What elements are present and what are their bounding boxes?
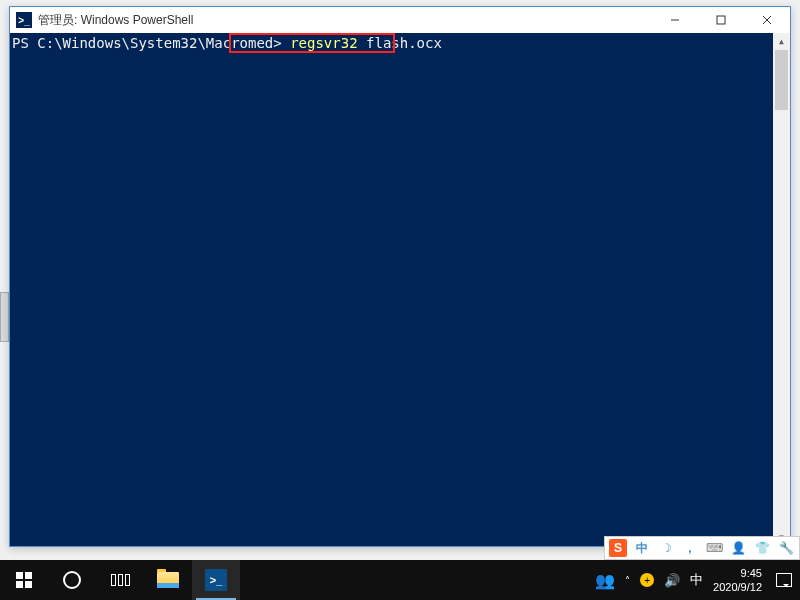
vertical-scrollbar[interactable]: ▲ ▼ — [773, 33, 790, 546]
ime-skin-icon[interactable]: 👕 — [753, 539, 771, 557]
task-view-button[interactable] — [96, 560, 144, 600]
ime-sogou-icon[interactable]: S — [609, 539, 627, 557]
titlebar[interactable]: >_ 管理员: Windows PowerShell — [10, 7, 790, 33]
window-controls — [652, 7, 790, 33]
file-explorer-taskbar-button[interactable] — [144, 560, 192, 600]
svg-rect-4 — [16, 572, 23, 579]
scroll-track[interactable] — [773, 50, 790, 529]
command-arg: flash.ocx — [366, 35, 442, 51]
ime-language-toggle[interactable]: 中 — [633, 539, 651, 557]
window-title: 管理员: Windows PowerShell — [38, 12, 652, 29]
scroll-up-arrow[interactable]: ▲ — [773, 33, 790, 50]
powershell-icon: >_ — [16, 12, 32, 28]
ime-settings-icon[interactable]: 🔧 — [777, 539, 795, 557]
svg-rect-6 — [16, 581, 23, 588]
system-tray: 👥 ˄ + 🔊 中 9:45 2020/9/12 — [595, 566, 800, 594]
minimize-button[interactable] — [652, 7, 698, 33]
file-explorer-icon — [157, 572, 179, 588]
ime-moon-icon[interactable]: ☽ — [657, 539, 675, 557]
clock-date: 2020/9/12 — [713, 580, 762, 594]
taskbar-left: >_ — [0, 560, 240, 600]
command-name: regsvr32 — [290, 35, 357, 51]
ime-user-icon[interactable]: 👤 — [729, 539, 747, 557]
cortana-button[interactable] — [48, 560, 96, 600]
scroll-thumb[interactable] — [775, 50, 788, 110]
ime-toolbar[interactable]: S 中 ☽ ， ⌨ 👤 👕 🔧 — [604, 536, 800, 560]
svg-rect-7 — [25, 581, 32, 588]
minimize-icon — [670, 15, 680, 25]
taskbar: >_ 👥 ˄ + 🔊 中 9:45 2020/9/12 — [0, 560, 800, 600]
ime-keyboard-icon[interactable]: ⌨ — [705, 539, 723, 557]
start-button[interactable] — [0, 560, 48, 600]
maximize-icon — [716, 15, 726, 25]
action-center-icon[interactable] — [776, 573, 792, 587]
prompt-text: PS C:\Windows\System32\Macromed> — [12, 35, 282, 51]
windows-logo-icon — [16, 572, 32, 588]
task-view-icon — [111, 574, 130, 586]
ime-punctuation-toggle[interactable]: ， — [681, 539, 699, 557]
left-edge-tab[interactable] — [0, 292, 9, 342]
cortana-circle-icon — [63, 571, 81, 589]
powershell-taskbar-icon: >_ — [205, 569, 227, 591]
people-icon[interactable]: 👥 — [595, 571, 615, 590]
svg-rect-5 — [25, 572, 32, 579]
tray-overflow-chevron-icon[interactable]: ˄ — [625, 575, 630, 586]
maximize-button[interactable] — [698, 7, 744, 33]
terminal-line: PS C:\Windows\System32\Macromed> regsvr3… — [10, 33, 790, 51]
volume-icon[interactable]: 🔊 — [664, 573, 680, 588]
svg-rect-1 — [717, 16, 725, 24]
close-icon — [762, 15, 772, 25]
clock[interactable]: 9:45 2020/9/12 — [713, 566, 762, 594]
powershell-taskbar-button[interactable]: >_ — [192, 560, 240, 600]
terminal-area[interactable]: PS C:\Windows\System32\Macromed> regsvr3… — [10, 33, 790, 546]
tray-status-icon[interactable]: + — [640, 573, 654, 587]
powershell-window: >_ 管理员: Windows PowerShell PS C:\Windows… — [9, 6, 791, 547]
close-button[interactable] — [744, 7, 790, 33]
ime-indicator[interactable]: 中 — [690, 571, 703, 589]
clock-time: 9:45 — [713, 566, 762, 580]
